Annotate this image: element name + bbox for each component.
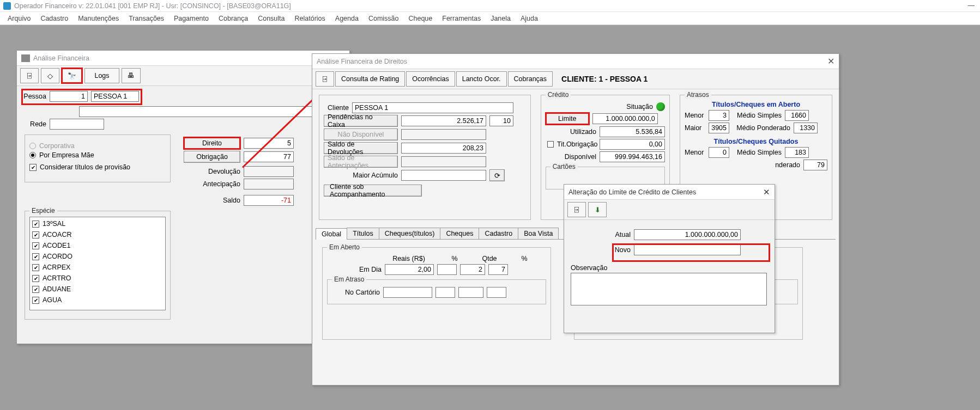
- exit-button[interactable]: ⍈: [20, 68, 39, 83]
- observacao-textarea[interactable]: [571, 273, 767, 305]
- door-icon: ⍈: [27, 72, 32, 79]
- especie-check[interactable]: ✔: [32, 231, 39, 238]
- atrasos-legend: Atrasos: [685, 91, 711, 99]
- app-icon: [3, 2, 11, 10]
- menu-consulta[interactable]: Consulta: [258, 15, 285, 22]
- pendencias-button[interactable]: Pendências no Caixa: [324, 115, 398, 127]
- especie-check[interactable]: ✔: [32, 242, 39, 249]
- tab-cadastro[interactable]: Cadastro: [479, 228, 518, 239]
- especie-list[interactable]: ✔13ºSAL ✔ACOACR ✔ACODE1 ✔ACORDO ✔ACRPEX …: [29, 217, 166, 310]
- menu-cadastro[interactable]: Cadastro: [40, 15, 68, 22]
- especie-item[interactable]: ACRTRO: [43, 274, 71, 282]
- tab-boa-vista[interactable]: Boa Vista: [518, 228, 559, 239]
- titobrig-check[interactable]: [547, 141, 554, 148]
- especie-check[interactable]: ✔: [32, 275, 39, 282]
- binoculars-button[interactable]: 🔭: [62, 68, 82, 83]
- em-aberto-legend: Em Aberto: [327, 243, 362, 251]
- menu-ferramentas[interactable]: Ferramentas: [442, 15, 481, 22]
- nao-disponivel-button: Não Disponível: [324, 128, 398, 140]
- dialog-close-icon[interactable]: ✕: [763, 187, 770, 197]
- especie-item[interactable]: ACRPEX: [43, 264, 70, 271]
- especie-item[interactable]: ACOACR: [43, 231, 71, 238]
- menu-arquivo[interactable]: Arquivo: [8, 15, 31, 22]
- obrigacao-button[interactable]: Obrigação: [184, 151, 240, 163]
- maior-acumulo-label: Maior Acúmulo: [324, 172, 398, 179]
- nocartorio-label: No Cartório: [332, 289, 380, 296]
- especie-item[interactable]: ADUANE: [43, 285, 71, 293]
- especie-check[interactable]: ✔: [32, 286, 39, 293]
- minimize-icon[interactable]: —: [968, 2, 975, 9]
- especie-item[interactable]: ACORDO: [43, 253, 72, 260]
- qt-menor: [709, 147, 729, 158]
- saldo-devolucoes-button[interactable]: Saldo de Devoluções: [324, 142, 398, 154]
- cliente-acomp-button[interactable]: Cliente sob Acompanhamento: [324, 185, 422, 197]
- checkbox-considerar[interactable]: ✔: [29, 164, 37, 171]
- novo-input[interactable]: [634, 244, 741, 255]
- ab-ms: [785, 110, 809, 121]
- printer-icon: 🖶: [128, 72, 135, 79]
- dialog-exit-button[interactable]: ⍈: [567, 202, 586, 217]
- especie-check[interactable]: ✔: [32, 253, 39, 260]
- saldo-label: Saldo: [184, 197, 240, 204]
- menu-agenda[interactable]: Agenda: [335, 15, 359, 22]
- radio-por-empresa-mae-label: Por Empresa Mãe: [39, 151, 94, 159]
- menu-ajuda[interactable]: Ajuda: [521, 15, 538, 22]
- menu-janela[interactable]: Janela: [491, 15, 511, 22]
- tab-titulos[interactable]: Títulos: [347, 228, 379, 239]
- limite-button[interactable]: Limite: [546, 113, 589, 125]
- especie-check[interactable]: ✔: [32, 221, 39, 228]
- menu-relatorios[interactable]: Relatórios: [295, 15, 325, 22]
- pessoa-id-input[interactable]: [50, 91, 88, 102]
- menu-transacoes[interactable]: Transações: [129, 15, 164, 22]
- emdia-label: Em Dia: [327, 266, 382, 273]
- app-titlebar: Operador Financeiro v: 22.01.041 [001 EM…: [0, 0, 980, 12]
- credito-legend: Crédito: [546, 91, 571, 99]
- emdia-qtde: [460, 264, 485, 275]
- nocartorio-qtde: [458, 287, 483, 298]
- nocartorio-pct2: [487, 287, 506, 298]
- refresh-button[interactable]: ⟳: [489, 169, 505, 181]
- especie-check[interactable]: ✔: [32, 297, 39, 304]
- especie-item[interactable]: ACODE1: [43, 242, 70, 249]
- tab-cheques[interactable]: Cheques: [440, 228, 479, 239]
- utilizado-label: Utilizado: [553, 128, 596, 136]
- cliente-input[interactable]: [352, 102, 513, 113]
- tab-global[interactable]: Global: [316, 228, 347, 240]
- dialog-save-button[interactable]: ⬇︎: [588, 202, 607, 217]
- especie-item[interactable]: AGUA: [43, 296, 62, 304]
- titobrig-value: [600, 139, 665, 150]
- antecipacao-label: Antecipação: [184, 180, 240, 188]
- ocorrencias-button[interactable]: Ocorrências: [406, 71, 455, 87]
- saldo-devolucoes-value: [401, 143, 486, 154]
- hdr-pct2: %: [517, 255, 532, 262]
- pessoa-name-input[interactable]: [91, 91, 139, 102]
- hdr-pct: %: [447, 255, 462, 262]
- menu-manutencoes[interactable]: Manutenções: [78, 15, 119, 22]
- lancto-ocor-button[interactable]: Lancto Ocor.: [456, 71, 507, 87]
- especie-check[interactable]: ✔: [32, 264, 39, 271]
- tab-cheques-titulos[interactable]: Cheques(títulos): [379, 228, 441, 239]
- radio-por-empresa-mae[interactable]: [29, 152, 36, 158]
- emdia-pct2: [488, 264, 508, 275]
- logs-button[interactable]: Logs: [84, 68, 119, 83]
- exit2-button[interactable]: ⍈: [316, 71, 334, 87]
- cliente-header: CLIENTE: 1 - PESSOA 1: [561, 75, 648, 83]
- menu-comissao[interactable]: Comissão: [368, 15, 399, 22]
- menu-pagamento[interactable]: Pagamento: [174, 15, 209, 22]
- cobrancas-button[interactable]: Cobranças: [508, 71, 553, 87]
- obrigacao-value[interactable]: [244, 151, 294, 162]
- ab-menor: [709, 110, 729, 121]
- eraser-button[interactable]: ◇: [41, 68, 59, 83]
- dialog-alteracao-limite: Alteração do Limite de Crédito de Client…: [564, 184, 775, 333]
- especie-item[interactable]: 13ºSAL: [43, 220, 65, 228]
- status-ok-icon: [656, 102, 665, 111]
- menu-cheque[interactable]: Cheque: [408, 15, 432, 22]
- close-icon[interactable]: ✕: [827, 56, 834, 66]
- menu-cobranca[interactable]: Cobrança: [219, 15, 248, 22]
- window-icon: [21, 54, 30, 62]
- direito-button[interactable]: Direito: [184, 137, 240, 149]
- pessoa-extra-input[interactable]: [79, 106, 313, 117]
- print-button[interactable]: 🖶: [122, 68, 141, 83]
- rede-input[interactable]: [50, 119, 104, 130]
- consulta-rating-button[interactable]: Consulta de Rating: [335, 71, 405, 87]
